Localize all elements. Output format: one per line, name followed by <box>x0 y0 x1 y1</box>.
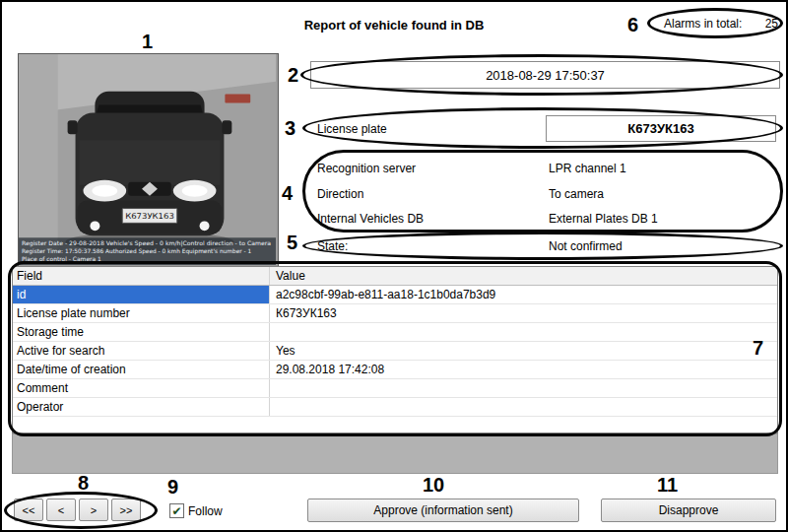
row-value <box>270 323 777 341</box>
annotation-oval-5 <box>302 232 783 260</box>
table-row[interactable]: Date/time of creation 29.08.2018 17:42:0… <box>13 361 777 379</box>
fog-light-icon <box>90 221 99 231</box>
vehicle-photo-canvas: К673УК163 Register Date - 29-08-2018 Veh… <box>19 54 276 265</box>
nav-last-button[interactable]: >> <box>111 499 141 521</box>
photo-plate-text: К673УК163 <box>125 212 174 221</box>
annotation-number-4: 4 <box>282 183 293 203</box>
photo-overlay-line: Register Date - 29-08-2018 Vehicle's Spe… <box>22 239 271 247</box>
annotation-number-2: 2 <box>288 65 298 85</box>
approve-button[interactable]: Approve (information sent) <box>307 499 579 522</box>
row-field: License plate number <box>13 304 270 322</box>
disapprove-button[interactable]: Disapprove <box>601 499 776 522</box>
nav-prev-button[interactable]: < <box>46 499 76 521</box>
direction-value: To camera <box>549 187 604 201</box>
row-value: Yes <box>270 342 777 360</box>
annotation-number-1: 1 <box>142 32 153 51</box>
state-label: State: <box>317 239 348 253</box>
recognition-server-label: Recognition server <box>317 162 416 175</box>
table-row[interactable]: Active for search Yes <box>13 342 777 361</box>
fog-light-icon <box>200 221 210 231</box>
table-row[interactable]: License plate number К673УК163 <box>13 304 777 323</box>
report-window: Report of vehicle found in DB Alarms in … <box>0 0 788 532</box>
row-value: a2c98cbf-99ab-e811-aa18-1c1b0da7b3d9 <box>270 286 777 303</box>
internal-db-label: Internal Vehicles DB <box>317 212 424 226</box>
datetime-field: 2018-08-29 17:50:37 <box>310 61 780 89</box>
nav-first-button[interactable]: << <box>14 499 43 521</box>
photo-overlay-line: Register Time: 17:50:37.586 Authorized S… <box>22 247 251 255</box>
recognition-server-value: LPR channel 1 <box>549 162 626 175</box>
table-row[interactable]: id a2c98cbf-99ab-e811-aa18-1c1b0da7b3d9 <box>13 286 777 304</box>
follow-checkbox[interactable]: ✔ <box>169 503 184 518</box>
license-plate-value: К673УК163 <box>546 115 776 142</box>
license-plate-label: License plate <box>317 122 387 136</box>
follow-label: Follow <box>188 504 223 518</box>
row-field: Storage time <box>13 323 270 341</box>
row-field: Active for search <box>13 342 270 360</box>
vehicle-photo: К673УК163 Register Date - 29-08-2018 Veh… <box>18 53 279 268</box>
row-value: 29.08.2018 17:42:08 <box>270 361 777 378</box>
properties-table: Field Value id a2c98cbf-99ab-e811-aa18-1… <box>12 266 778 433</box>
annotation-number-3: 3 <box>285 118 296 138</box>
annotation-number-11: 11 <box>657 475 678 495</box>
row-field: Date/time of creation <box>13 361 270 378</box>
row-value: К673УК163 <box>270 304 777 322</box>
row-value <box>270 398 777 416</box>
row-field: Operator <box>13 398 270 416</box>
state-value: Not confirmed <box>549 239 623 253</box>
annotation-number-10: 10 <box>423 475 444 495</box>
table-row[interactable]: Operator <box>13 398 777 417</box>
annotation-number-5: 5 <box>287 233 297 252</box>
photo-overlay-line: Place of control - Camera 1 <box>22 255 101 262</box>
row-value <box>270 379 777 397</box>
row-field: id <box>13 286 270 303</box>
car-silhouette: К673УК163 <box>66 92 234 251</box>
alarms-value: 25 <box>765 17 778 31</box>
table-row[interactable]: Comment <box>13 379 777 398</box>
table-header: Field Value <box>13 267 777 286</box>
red-marker <box>225 95 250 103</box>
alarms-total: Alarms in total: 25 <box>664 17 778 31</box>
internal-db-value: External Plates DB 1 <box>549 212 658 226</box>
column-header-field: Field <box>13 267 270 285</box>
row-field: Comment <box>13 379 270 397</box>
nav-next-button[interactable]: > <box>79 499 108 521</box>
direction-label: Direction <box>317 187 363 201</box>
empty-grid-area <box>12 433 778 474</box>
alarms-label: Alarms in total: <box>664 17 742 31</box>
column-header-value: Value <box>270 267 777 285</box>
annotation-number-9: 9 <box>167 477 178 497</box>
table-row[interactable]: Storage time <box>13 323 777 342</box>
checkmark-icon: ✔ <box>171 505 181 517</box>
annotation-number-8: 8 <box>78 473 89 493</box>
